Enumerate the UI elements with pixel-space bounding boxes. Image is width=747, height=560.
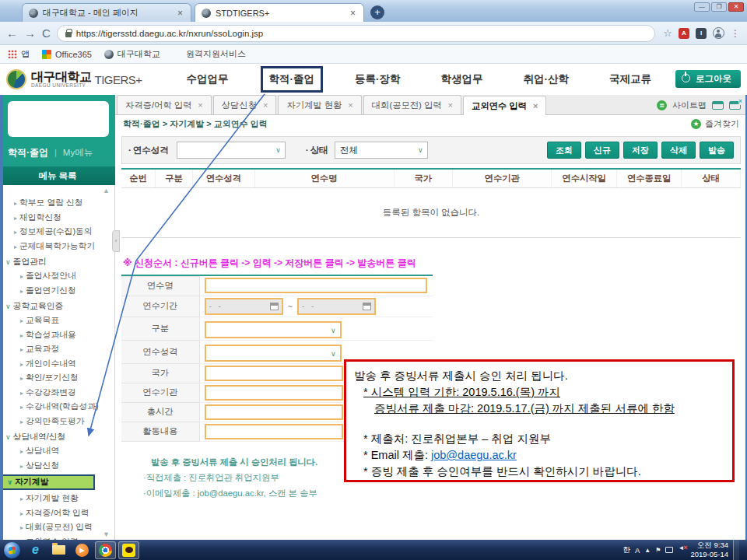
calendar-icon[interactable] [363,303,371,310]
close-all-windows-icon[interactable] [729,101,741,110]
sidebar-item[interactable]: ▸자격증/어학 입력 [0,506,114,521]
sidebar-item[interactable]: ▸교육목표 [0,313,114,328]
calendar-icon[interactable] [270,303,279,310]
action-button[interactable]: 저장 [623,142,658,159]
bookmark-item[interactable]: 원격지원서비스 [173,48,246,60]
action-center-flag-icon[interactable]: ⚑ [655,547,661,554]
sidebar-item[interactable]: ▸상담신청 [0,459,114,474]
bookmark-star-icon[interactable]: ☆ [663,27,672,39]
sidebar-item[interactable]: ▸군제대복학가능학기 [0,240,114,254]
close-icon[interactable]: × [448,100,453,110]
close-icon[interactable]: × [348,100,352,110]
windows-icon[interactable] [712,101,724,110]
media-player-icon[interactable]: ▶ [72,541,93,559]
logout-button[interactable]: 로그아웃 [675,70,741,88]
close-icon[interactable]: × [263,100,268,110]
sidebar-item[interactable]: ▸학부모 열람 신청 [0,196,114,211]
sidebar-item[interactable]: ▸수강강좌변경 [0,386,114,401]
form-input-6[interactable] [205,404,343,420]
sidebar-group[interactable]: ∨상담내역/신청 [0,430,114,444]
internet-explorer-icon[interactable]: e [25,541,46,559]
url-input[interactable]: https://tigersstd.daegu.ac.kr/nxrun/ssoL… [57,25,656,42]
workspace-tab[interactable]: 교외연수 입력× [463,96,546,115]
training-type-select[interactable]: ∨ [177,142,286,159]
workspace-tab[interactable]: 자격증/어학 입력× [117,95,212,114]
sidebar-item[interactable]: ▸강의만족도평가 [0,415,114,429]
bookmark-item[interactable]: 대구대학교 [104,48,160,60]
sidebar-item[interactable]: ▸졸업연기신청 [0,284,114,299]
workspace-tab[interactable]: 자기계발 현황× [278,95,361,114]
sidebar-item[interactable]: ▸학습성과내용 [0,328,114,343]
hidden-icons-arrow[interactable]: ▲ [644,547,651,554]
maximize-button[interactable]: ❐ [711,2,727,12]
form-input-5[interactable] [205,385,343,401]
form-input-4[interactable] [205,366,343,381]
extension-icon[interactable]: I [696,28,707,39]
nav-item[interactable]: 학적·졸업 [261,66,324,93]
chrome-icon[interactable] [95,541,116,559]
sidebar-item[interactable]: ▸상담내역 [0,444,114,459]
close-icon[interactable]: × [176,8,184,19]
sidebar-item[interactable]: ▸정보제공(수집)동의 [0,225,114,240]
bookmark-item[interactable]: 앱 [8,48,30,60]
bookmark-item[interactable]: Office365 [42,50,92,59]
new-tab-button[interactable]: + [370,5,384,19]
ime-korean-icon[interactable]: 한 [622,545,630,555]
volume-muted-icon[interactable] [678,547,686,554]
sidebar-item[interactable]: ▸재입학신청 [0,211,114,226]
sitemap-icon[interactable]: ≣ [657,100,667,110]
action-button[interactable]: 조회 [547,142,581,159]
date-input[interactable]: - - [205,298,283,315]
kakaotalk-icon[interactable] [118,541,139,559]
form-input-0[interactable] [205,278,427,293]
sidebar-item[interactable]: ▸수강내역(학습성과) [0,400,114,415]
nav-item[interactable]: 학생업무 [433,66,492,93]
pdf-extension-icon[interactable]: A [679,28,689,39]
chevron-up-icon[interactable]: ▲ [103,187,110,194]
form-select[interactable]: ∨ [205,321,342,338]
minimize-button[interactable]: — [694,2,710,12]
forward-icon[interactable]: → [24,26,36,40]
close-icon[interactable]: × [198,100,202,110]
browser-tab-active[interactable]: STDTIGERS+ × [195,3,364,22]
sidebar-collapse-handle[interactable]: ‹ [112,230,120,252]
close-icon[interactable]: × [349,8,357,19]
sidebar-item[interactable]: ▸확인/포기신청 [0,371,114,386]
form-select[interactable]: ∨ [205,345,342,362]
nav-item[interactable]: 수업업무 [178,66,237,93]
sidebar-group[interactable]: ∨공학교육인증 [0,299,114,313]
explorer-folder-icon[interactable] [48,541,69,559]
close-icon[interactable]: × [533,101,538,110]
form-input-7[interactable] [205,424,343,439]
sidebar-item[interactable]: ▸졸업사정안내 [0,269,114,284]
network-icon[interactable] [665,547,673,553]
sidebar-item[interactable]: ▸개인이수내역 [0,357,114,372]
workspace-tab[interactable]: 상담신청× [213,95,277,114]
nav-item[interactable]: 취업·산학 [515,66,578,93]
email-link[interactable]: job@daegu.ac.kr [431,449,517,461]
logo[interactable]: 대구대학교 DAEGU UNIVERSITY [31,71,92,89]
sidebar-item[interactable]: ▸교육과정 [0,342,114,357]
sidebar-group[interactable]: ∨졸업관리 [0,255,114,269]
action-button[interactable]: 신규 [585,142,619,159]
chevron-down-icon[interactable]: ▼ [103,530,110,538]
favorites[interactable]: ★ 즐겨찾기 [691,118,739,130]
sidebar-item[interactable]: ▸자기계발 현황 [0,492,114,506]
date-input[interactable]: - - [297,298,376,315]
nav-item[interactable]: 국제교류 [601,66,660,93]
taskbar-clock[interactable]: 오전 9:34 2019-05-14 [690,541,728,559]
sidebar-tab-mymenu[interactable]: My메뉴 [63,147,93,159]
start-button[interactable] [2,541,23,559]
workspace-tab[interactable]: 대회(공모전) 입력× [363,95,461,114]
action-button[interactable]: 삭제 [661,142,696,159]
sidebar-group[interactable]: ∨자기계발 [0,474,95,490]
sidebar-tab-academic[interactable]: 학적·졸업 [8,146,48,159]
show-desktop-button[interactable] [733,540,739,560]
reload-icon[interactable]: C [42,26,51,40]
sidebar-item[interactable]: ▸대회(공모전) 입력 [0,520,114,535]
status-select[interactable]: 전체 ∨ [335,142,428,159]
action-button[interactable]: 발송 [700,142,734,159]
sitemap-label[interactable]: 사이트맵 [672,100,707,111]
close-window-button[interactable]: ✕ [728,2,744,12]
nav-item[interactable]: 등록·장학 [346,66,409,93]
